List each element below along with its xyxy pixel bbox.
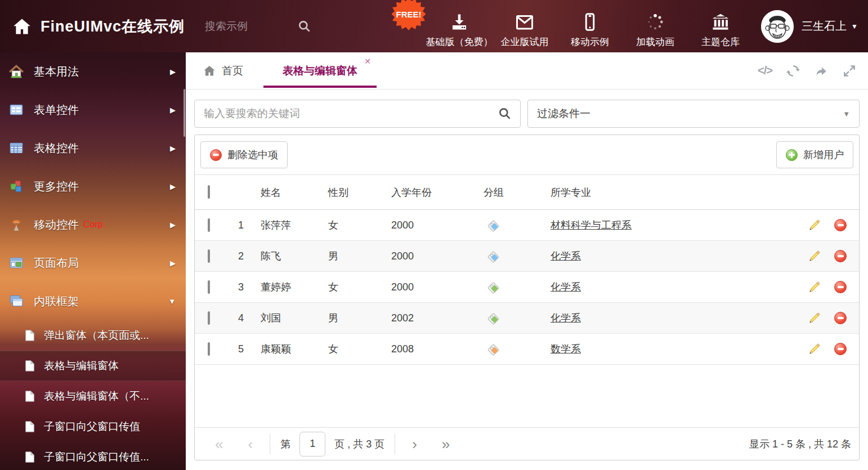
search-icon[interactable] (498, 106, 512, 121)
nav-item-basic-edition[interactable]: FREE! 基础版（免费） (427, 4, 492, 48)
major-link[interactable]: 化学系 (551, 250, 581, 262)
add-user-button[interactable]: 新增用户 (776, 141, 853, 168)
chevron-right-icon: ▶ (170, 259, 176, 267)
nav-label: 加载动画 (636, 35, 674, 48)
delete-row-icon[interactable] (834, 281, 847, 293)
document-icon (24, 360, 36, 372)
edit-pencil-icon[interactable] (808, 250, 821, 262)
select-all-checkbox[interactable] (208, 185, 210, 199)
col-major: 所学专业 (544, 186, 794, 199)
chevron-right-icon: ▶ (170, 68, 176, 76)
prev-page-button[interactable]: ‹ (235, 437, 265, 451)
row-checkbox[interactable] (208, 280, 210, 294)
sidebar-subitem-child-to-parent-2[interactable]: 子窗口向父窗口传值... (0, 442, 186, 470)
download-icon (449, 12, 469, 32)
first-page-button[interactable]: « (203, 437, 235, 451)
chevron-down-icon: ▼ (851, 23, 858, 30)
pager-divider (395, 433, 395, 455)
row-checkbox[interactable] (208, 218, 210, 232)
page-number-input[interactable] (299, 432, 325, 456)
document-icon (24, 420, 36, 433)
grid-panel: 删除选中项 新增用户 姓名 性别 入学年份 分组 所学专业 1 (194, 135, 860, 460)
avatar[interactable] (761, 10, 794, 43)
edit-pencil-icon[interactable] (808, 312, 821, 324)
edit-pencil-icon[interactable] (808, 343, 821, 355)
tab-grid-edit-window[interactable]: 表格与编辑窗体 ✕ (276, 52, 364, 89)
table-row: 3 董婷婷 女 2000 化学系 (195, 272, 859, 303)
chevron-right-icon: ▶ (170, 106, 176, 114)
sidebar: 基本用法 ▶ 表单控件 ▶ 表格控件 ▶ (0, 52, 186, 470)
filter-dropdown[interactable]: 过滤条件一 ▼ (527, 100, 860, 128)
sidebar-subitem-child-to-parent[interactable]: 子窗口向父窗口传值 (0, 411, 186, 442)
next-page-button[interactable]: › (400, 437, 429, 451)
row-checkbox[interactable] (208, 249, 210, 263)
major-link[interactable]: 数学系 (551, 343, 581, 355)
document-icon (24, 329, 36, 342)
delete-row-icon[interactable] (834, 219, 847, 231)
nav-item-mobile-examples[interactable]: 移动示例 (557, 4, 623, 48)
sidebar-item-form-controls[interactable]: 表单控件 ▶ (0, 91, 186, 129)
col-gender: 性别 (320, 186, 383, 199)
major-link[interactable]: 化学系 (551, 312, 581, 324)
nav-item-loading-animations[interactable]: 加载动画 (623, 4, 688, 48)
pagination-bar: « ‹ 第 页 , 共 3 页 › » 显示 1 - 5 条 , 共 12 条 (195, 427, 859, 460)
tab-home[interactable]: 首页 (203, 64, 243, 78)
tab-toolbar: </> (758, 64, 857, 78)
user-menu[interactable]: 三生石上 ▼ (761, 10, 858, 43)
share-icon[interactable] (814, 64, 829, 78)
sidebar-item-inline-frame[interactable]: 内联框架 ▼ (0, 282, 186, 320)
record-summary: 显示 1 - 5 条 , 共 12 条 (749, 437, 851, 451)
document-icon (24, 390, 36, 402)
row-checkbox[interactable] (208, 342, 210, 356)
sidebar-item-grid-controls[interactable]: 表格控件 ▶ (0, 129, 186, 167)
table-row: 4 刘国 男 2002 化学系 (195, 303, 859, 334)
header-search-input[interactable] (205, 20, 289, 33)
table-row: 1 张萍萍 女 2000 材料科学与工程系 (195, 210, 859, 241)
sidebar-subitem-grid-edit-window-2[interactable]: 表格与编辑窗体（不... (0, 381, 186, 411)
chevron-down-icon: ▼ (168, 297, 176, 306)
sidebar-subitem-grid-edit-window[interactable]: 表格与编辑窗体 (0, 351, 186, 381)
refresh-icon[interactable] (786, 64, 800, 78)
house-icon (9, 64, 24, 79)
code-icon[interactable]: </> (758, 64, 772, 78)
spinner-icon (645, 12, 665, 32)
keyword-search-input[interactable] (195, 100, 520, 127)
pager-divider (270, 433, 270, 455)
sidebar-item-page-layout[interactable]: 页面布局 ▶ (0, 244, 186, 282)
delete-selected-button[interactable]: 删除选中项 (200, 141, 288, 168)
col-year: 入学年份 (383, 186, 468, 199)
sidebar-item-more-controls[interactable]: 更多控件 ▶ (0, 167, 186, 205)
table-row: 5 康颖颖 女 2008 数学系 (195, 334, 859, 365)
antenna-icon (9, 217, 24, 232)
header-nav: FREE! 基础版（免费） 企业版试用 (427, 4, 753, 48)
chevron-right-icon: ▶ (170, 182, 176, 191)
expand-icon[interactable] (842, 64, 857, 78)
cubes-icon (9, 179, 24, 194)
top-header: FineUIMvc在线示例 FREE! (0, 0, 868, 52)
nav-item-enterprise-trial[interactable]: 企业版试用 (492, 4, 557, 48)
delete-row-icon[interactable] (834, 250, 847, 262)
delete-row-icon[interactable] (834, 343, 847, 355)
sidebar-subitem-popup-window[interactable]: 弹出窗体（本页面或... (0, 320, 186, 351)
delete-row-icon[interactable] (834, 312, 847, 324)
table-header: 姓名 性别 入学年份 分组 所学专业 (195, 175, 859, 210)
edit-pencil-icon[interactable] (808, 281, 821, 293)
sidebar-item-mobile-controls[interactable]: 移动控件 Corp. ▶ (0, 205, 186, 244)
frames-icon (9, 294, 24, 308)
last-page-button[interactable]: » (429, 437, 462, 451)
minus-circle-icon (210, 149, 222, 161)
close-icon[interactable]: ✕ (364, 57, 371, 66)
search-icon[interactable] (297, 19, 312, 34)
home-icon[interactable] (12, 17, 32, 36)
sidebar-item-basic-usage[interactable]: 基本用法 ▶ (0, 52, 186, 91)
nav-item-theme-repo[interactable]: 主题仓库 (688, 4, 753, 48)
major-link[interactable]: 材料科学与工程系 (551, 220, 632, 231)
chevron-right-icon: ▶ (170, 144, 176, 153)
sidebar-scrollbar[interactable] (184, 89, 185, 137)
layout-icon (9, 256, 24, 270)
edit-pencil-icon[interactable] (808, 219, 821, 231)
row-checkbox[interactable] (208, 311, 210, 325)
major-link[interactable]: 化学系 (551, 281, 581, 293)
form-icon (9, 102, 24, 117)
table-row: 2 陈飞 男 2000 化学系 (195, 241, 859, 272)
